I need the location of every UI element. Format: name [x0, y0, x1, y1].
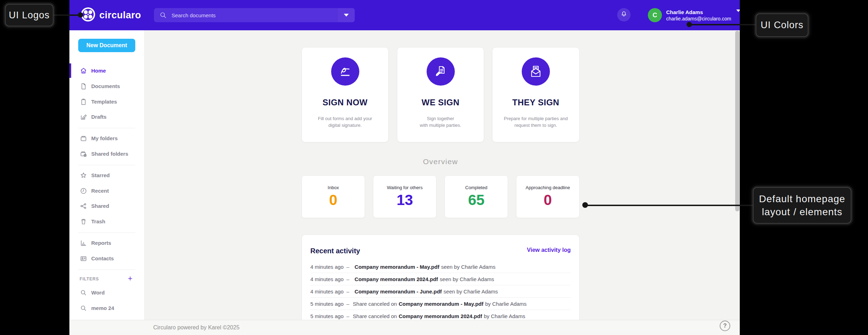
document-icon	[80, 82, 87, 90]
shared-folder-icon	[80, 150, 87, 158]
stat-tile-deadline[interactable]: Approaching deadline 0	[516, 175, 579, 218]
star-icon	[80, 172, 87, 179]
card-title: THEY SIGN	[512, 98, 559, 107]
sidebar-item-contacts[interactable]: Contacts	[69, 251, 144, 266]
sidebar-item-starred[interactable]: Starred	[69, 168, 144, 182]
question-mark-icon: ?	[723, 323, 727, 329]
annotation-default-homepage: Default homepage layout / elements	[753, 187, 851, 224]
card-title: SIGN NOW	[323, 98, 368, 107]
annotation-connector-line	[690, 24, 756, 25]
help-button[interactable]: ?	[720, 321, 730, 331]
sidebar: New Document Home Documents Templates	[69, 30, 144, 320]
envelope-letter-icon	[522, 57, 550, 86]
user-menu[interactable]: C Charlie Adams charlie.adams@circularo.…	[648, 8, 740, 22]
sidebar-divider	[78, 165, 135, 165]
sidebar-item-drafts[interactable]: Drafts	[69, 110, 144, 124]
user-email: charlie.adams@circularo.com	[666, 15, 731, 22]
stat-value: 0	[544, 192, 552, 209]
sign-now-card[interactable]: SIGN NOW Fill out forms and add your dig…	[302, 47, 389, 142]
they-sign-card[interactable]: THEY SIGN Prepare for multiple parties a…	[492, 47, 579, 142]
activity-row[interactable]: 4 minutes ago–Company memorandum 2024.pd…	[310, 273, 571, 285]
reports-icon	[80, 239, 87, 247]
sidebar-item-recent[interactable]: Recent	[69, 184, 144, 198]
sidebar-item-home[interactable]: Home	[69, 63, 144, 78]
view-activity-log-link[interactable]: View activity log	[527, 247, 571, 255]
circularo-app-window: circularo	[69, 0, 740, 335]
annotation-dot	[582, 202, 588, 208]
stat-value: 0	[329, 192, 337, 209]
search-icon	[159, 11, 167, 20]
home-icon	[80, 67, 87, 75]
annotation-dot	[687, 22, 692, 27]
app-footer: Circularo powered by Karel ©2025	[69, 320, 740, 335]
filters-title: FILTERS	[80, 277, 99, 281]
activity-row[interactable]: 5 minutes ago–Share canceled onCompany m…	[310, 298, 571, 310]
filters-section-header: FILTERS +	[69, 275, 144, 283]
brand-name: circularo	[99, 10, 141, 21]
sidebar-item-my-folders[interactable]: My folders	[69, 131, 144, 145]
annotation-connector-line	[53, 14, 81, 16]
stat-value: 13	[397, 192, 413, 209]
overview-heading: Overview	[302, 157, 579, 166]
drafts-icon	[80, 113, 87, 121]
sidebar-item-trash[interactable]: Trash	[69, 214, 144, 229]
search-icon	[80, 289, 87, 297]
brand-logo[interactable]: circularo	[80, 7, 141, 23]
activity-row[interactable]: 4 minutes ago–Company memorandum - May.p…	[310, 261, 571, 273]
we-sign-card[interactable]: WE SIGN Sign together with multiple part…	[397, 47, 484, 142]
signature-icon	[331, 57, 359, 86]
new-document-button[interactable]: New Document	[78, 39, 135, 52]
activity-list: 4 minutes ago–Company memorandum - May.p…	[310, 261, 571, 322]
contacts-icon	[80, 255, 87, 262]
sidebar-item-reports[interactable]: Reports	[69, 236, 144, 250]
annotation-ui-colors: UI Colors	[756, 13, 808, 37]
sidebar-divider	[78, 269, 135, 270]
app-header: circularo	[69, 0, 740, 30]
trash-icon	[80, 218, 87, 225]
recent-activity-title: Recent activity	[310, 247, 360, 255]
document-pen-icon	[427, 57, 455, 86]
recent-activity-panel: Recent activity View activity log 4 minu…	[302, 235, 579, 321]
user-avatar[interactable]: C	[648, 8, 662, 22]
stat-tile-inbox[interactable]: Inbox 0	[302, 175, 365, 218]
user-info: Charlie Adams charlie.adams@circularo.co…	[666, 9, 731, 22]
add-filter-button[interactable]: +	[128, 274, 132, 283]
card-description: Sign together with multiple parties.	[420, 115, 461, 129]
sidebar-divider	[78, 232, 135, 233]
vertical-scrollbar[interactable]	[735, 31, 739, 211]
sidebar-item-documents[interactable]: Documents	[69, 79, 144, 93]
user-name: Charlie Adams	[666, 9, 731, 15]
notifications-button[interactable]	[617, 8, 631, 21]
sidebar-item-shared-folders[interactable]: Shared folders	[69, 147, 144, 161]
sidebar-item-filter-word[interactable]: Word	[69, 285, 144, 300]
template-icon	[80, 98, 87, 106]
card-description: Fill out forms and add your digital sign…	[318, 115, 372, 129]
search-input[interactable]	[172, 8, 334, 22]
share-icon	[80, 202, 87, 210]
annotation-dot	[78, 12, 83, 18]
search-bar	[154, 8, 355, 22]
card-description: Prepare for multiple parties and request…	[504, 115, 568, 129]
sidebar-item-filter-memo24[interactable]: memo 24	[69, 301, 144, 315]
annotation-ui-logos: UI Logos	[5, 4, 54, 26]
clock-icon	[80, 187, 87, 195]
sidebar-divider	[78, 128, 135, 128]
sidebar-item-shared[interactable]: Shared	[69, 199, 144, 213]
card-title: WE SIGN	[422, 98, 460, 107]
footer-copyright: Circularo powered by Karel ©2025	[153, 320, 240, 335]
bell-icon	[620, 10, 628, 19]
sidebar-item-templates[interactable]: Templates	[69, 94, 144, 109]
activity-row[interactable]: 4 minutes ago–Company memorandum - June.…	[310, 285, 571, 298]
chevron-down-icon	[736, 12, 740, 18]
search-icon	[80, 304, 87, 312]
stat-value: 65	[468, 192, 485, 209]
annotation-connector-line	[587, 205, 754, 206]
search-scope-dropdown[interactable]	[338, 8, 355, 22]
stat-tile-waiting[interactable]: Waiting for others 13	[373, 175, 436, 218]
chevron-down-icon	[344, 14, 349, 17]
screenshot-stage: circularo	[0, 0, 868, 335]
folder-icon	[80, 135, 87, 142]
stat-tile-completed[interactable]: Completed 65	[445, 175, 508, 218]
